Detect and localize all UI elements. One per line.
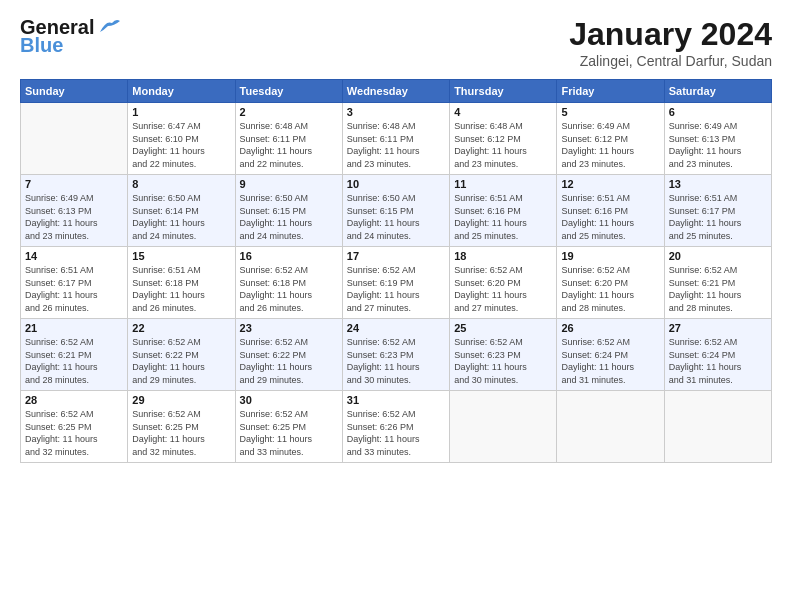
day-number: 9 — [240, 178, 338, 190]
calendar-cell: 8Sunrise: 6:50 AM Sunset: 6:14 PM Daylig… — [128, 175, 235, 247]
day-info: Sunrise: 6:51 AM Sunset: 6:16 PM Dayligh… — [561, 192, 659, 242]
calendar-cell: 21Sunrise: 6:52 AM Sunset: 6:21 PM Dayli… — [21, 319, 128, 391]
col-tuesday: Tuesday — [235, 80, 342, 103]
calendar-cell: 28Sunrise: 6:52 AM Sunset: 6:25 PM Dayli… — [21, 391, 128, 463]
day-info: Sunrise: 6:52 AM Sunset: 6:24 PM Dayligh… — [669, 336, 767, 386]
day-info: Sunrise: 6:50 AM Sunset: 6:14 PM Dayligh… — [132, 192, 230, 242]
day-number: 27 — [669, 322, 767, 334]
calendar-cell — [21, 103, 128, 175]
logo-bird-icon — [98, 18, 120, 34]
day-number: 7 — [25, 178, 123, 190]
day-number: 5 — [561, 106, 659, 118]
calendar-cell — [664, 391, 771, 463]
day-number: 1 — [132, 106, 230, 118]
calendar-cell: 2Sunrise: 6:48 AM Sunset: 6:11 PM Daylig… — [235, 103, 342, 175]
calendar-cell — [557, 391, 664, 463]
day-number: 18 — [454, 250, 552, 262]
day-info: Sunrise: 6:52 AM Sunset: 6:25 PM Dayligh… — [25, 408, 123, 458]
day-info: Sunrise: 6:51 AM Sunset: 6:17 PM Dayligh… — [669, 192, 767, 242]
calendar-cell: 16Sunrise: 6:52 AM Sunset: 6:18 PM Dayli… — [235, 247, 342, 319]
calendar-week-1: 1Sunrise: 6:47 AM Sunset: 6:10 PM Daylig… — [21, 103, 772, 175]
day-number: 24 — [347, 322, 445, 334]
logo-blue: Blue — [20, 34, 63, 56]
calendar-cell: 17Sunrise: 6:52 AM Sunset: 6:19 PM Dayli… — [342, 247, 449, 319]
day-number: 4 — [454, 106, 552, 118]
calendar-cell: 6Sunrise: 6:49 AM Sunset: 6:13 PM Daylig… — [664, 103, 771, 175]
calendar-cell: 9Sunrise: 6:50 AM Sunset: 6:15 PM Daylig… — [235, 175, 342, 247]
day-info: Sunrise: 6:52 AM Sunset: 6:25 PM Dayligh… — [132, 408, 230, 458]
day-info: Sunrise: 6:51 AM Sunset: 6:16 PM Dayligh… — [454, 192, 552, 242]
header: General Blue January 2024 Zalingei, Cent… — [20, 16, 772, 69]
calendar-cell: 3Sunrise: 6:48 AM Sunset: 6:11 PM Daylig… — [342, 103, 449, 175]
day-number: 13 — [669, 178, 767, 190]
calendar-week-5: 28Sunrise: 6:52 AM Sunset: 6:25 PM Dayli… — [21, 391, 772, 463]
calendar-cell: 12Sunrise: 6:51 AM Sunset: 6:16 PM Dayli… — [557, 175, 664, 247]
calendar-cell: 4Sunrise: 6:48 AM Sunset: 6:12 PM Daylig… — [450, 103, 557, 175]
day-info: Sunrise: 6:52 AM Sunset: 6:23 PM Dayligh… — [347, 336, 445, 386]
day-number: 21 — [25, 322, 123, 334]
col-monday: Monday — [128, 80, 235, 103]
col-thursday: Thursday — [450, 80, 557, 103]
day-info: Sunrise: 6:52 AM Sunset: 6:21 PM Dayligh… — [25, 336, 123, 386]
day-number: 3 — [347, 106, 445, 118]
calendar-cell: 18Sunrise: 6:52 AM Sunset: 6:20 PM Dayli… — [450, 247, 557, 319]
calendar-cell: 30Sunrise: 6:52 AM Sunset: 6:25 PM Dayli… — [235, 391, 342, 463]
calendar-cell: 25Sunrise: 6:52 AM Sunset: 6:23 PM Dayli… — [450, 319, 557, 391]
day-number: 2 — [240, 106, 338, 118]
day-info: Sunrise: 6:52 AM Sunset: 6:23 PM Dayligh… — [454, 336, 552, 386]
calendar-cell: 23Sunrise: 6:52 AM Sunset: 6:22 PM Dayli… — [235, 319, 342, 391]
day-info: Sunrise: 6:51 AM Sunset: 6:18 PM Dayligh… — [132, 264, 230, 314]
day-info: Sunrise: 6:48 AM Sunset: 6:11 PM Dayligh… — [347, 120, 445, 170]
day-number: 26 — [561, 322, 659, 334]
day-info: Sunrise: 6:47 AM Sunset: 6:10 PM Dayligh… — [132, 120, 230, 170]
day-number: 25 — [454, 322, 552, 334]
calendar-cell — [450, 391, 557, 463]
day-number: 16 — [240, 250, 338, 262]
day-number: 14 — [25, 250, 123, 262]
calendar-cell: 26Sunrise: 6:52 AM Sunset: 6:24 PM Dayli… — [557, 319, 664, 391]
calendar-cell: 15Sunrise: 6:51 AM Sunset: 6:18 PM Dayli… — [128, 247, 235, 319]
calendar-week-4: 21Sunrise: 6:52 AM Sunset: 6:21 PM Dayli… — [21, 319, 772, 391]
calendar-body: 1Sunrise: 6:47 AM Sunset: 6:10 PM Daylig… — [21, 103, 772, 463]
day-number: 17 — [347, 250, 445, 262]
calendar-cell: 29Sunrise: 6:52 AM Sunset: 6:25 PM Dayli… — [128, 391, 235, 463]
day-info: Sunrise: 6:48 AM Sunset: 6:11 PM Dayligh… — [240, 120, 338, 170]
day-number: 19 — [561, 250, 659, 262]
calendar-cell: 31Sunrise: 6:52 AM Sunset: 6:26 PM Dayli… — [342, 391, 449, 463]
day-number: 11 — [454, 178, 552, 190]
calendar-cell: 1Sunrise: 6:47 AM Sunset: 6:10 PM Daylig… — [128, 103, 235, 175]
title-block: January 2024 Zalingei, Central Darfur, S… — [569, 16, 772, 69]
day-number: 22 — [132, 322, 230, 334]
month-title: January 2024 — [569, 16, 772, 53]
day-info: Sunrise: 6:52 AM Sunset: 6:25 PM Dayligh… — [240, 408, 338, 458]
day-info: Sunrise: 6:50 AM Sunset: 6:15 PM Dayligh… — [240, 192, 338, 242]
day-number: 20 — [669, 250, 767, 262]
day-info: Sunrise: 6:52 AM Sunset: 6:20 PM Dayligh… — [561, 264, 659, 314]
calendar-cell: 22Sunrise: 6:52 AM Sunset: 6:22 PM Dayli… — [128, 319, 235, 391]
day-number: 8 — [132, 178, 230, 190]
day-number: 10 — [347, 178, 445, 190]
calendar-cell: 5Sunrise: 6:49 AM Sunset: 6:12 PM Daylig… — [557, 103, 664, 175]
day-number: 6 — [669, 106, 767, 118]
calendar-cell: 10Sunrise: 6:50 AM Sunset: 6:15 PM Dayli… — [342, 175, 449, 247]
day-info: Sunrise: 6:51 AM Sunset: 6:17 PM Dayligh… — [25, 264, 123, 314]
day-info: Sunrise: 6:52 AM Sunset: 6:22 PM Dayligh… — [240, 336, 338, 386]
day-number: 12 — [561, 178, 659, 190]
day-info: Sunrise: 6:52 AM Sunset: 6:21 PM Dayligh… — [669, 264, 767, 314]
calendar-cell: 13Sunrise: 6:51 AM Sunset: 6:17 PM Dayli… — [664, 175, 771, 247]
day-info: Sunrise: 6:52 AM Sunset: 6:20 PM Dayligh… — [454, 264, 552, 314]
day-number: 15 — [132, 250, 230, 262]
location: Zalingei, Central Darfur, Sudan — [569, 53, 772, 69]
page: General Blue January 2024 Zalingei, Cent… — [0, 0, 792, 612]
day-info: Sunrise: 6:52 AM Sunset: 6:22 PM Dayligh… — [132, 336, 230, 386]
day-info: Sunrise: 6:48 AM Sunset: 6:12 PM Dayligh… — [454, 120, 552, 170]
calendar-cell: 7Sunrise: 6:49 AM Sunset: 6:13 PM Daylig… — [21, 175, 128, 247]
day-number: 23 — [240, 322, 338, 334]
header-row: Sunday Monday Tuesday Wednesday Thursday… — [21, 80, 772, 103]
calendar-week-3: 14Sunrise: 6:51 AM Sunset: 6:17 PM Dayli… — [21, 247, 772, 319]
calendar-cell: 27Sunrise: 6:52 AM Sunset: 6:24 PM Dayli… — [664, 319, 771, 391]
day-info: Sunrise: 6:52 AM Sunset: 6:19 PM Dayligh… — [347, 264, 445, 314]
day-number: 31 — [347, 394, 445, 406]
col-saturday: Saturday — [664, 80, 771, 103]
day-number: 30 — [240, 394, 338, 406]
